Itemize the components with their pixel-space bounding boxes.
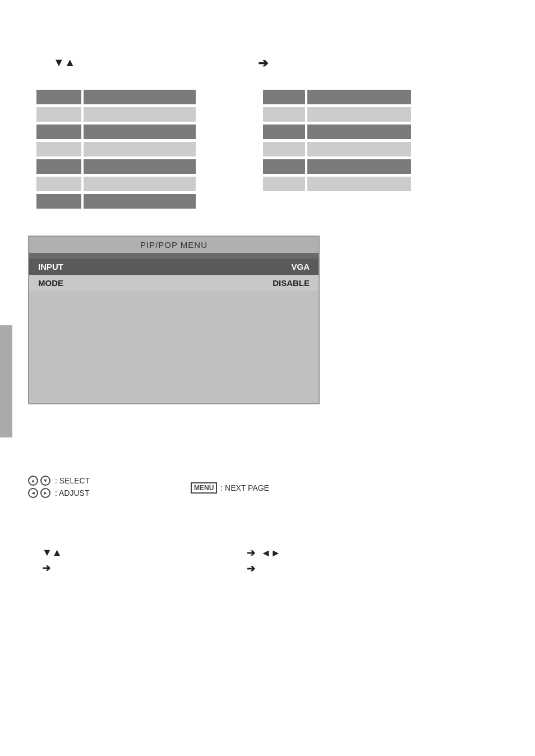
menu-box-icon: MENU <box>191 482 217 494</box>
pip-menu-title: PIP/POP MENU <box>29 237 319 253</box>
bottom-right-row1: ➔ ◄► <box>247 547 281 559</box>
next-page-label: : NEXT PAGE <box>220 483 269 492</box>
pip-menu-row-input[interactable]: INPUT VGA <box>29 259 319 275</box>
menu-cell <box>307 90 411 104</box>
menu-cell <box>36 107 81 122</box>
menu-cell <box>263 177 305 191</box>
adjust-label: : ADJUST <box>55 488 89 497</box>
bottom-updown-arrows: ▼▲ <box>42 547 62 559</box>
menu-cell <box>84 125 196 139</box>
menu-row <box>263 177 411 191</box>
menu-cell <box>307 142 411 156</box>
menu-cell <box>36 142 81 156</box>
bottom-left-row2: ➔ <box>42 562 62 574</box>
pip-row-label: MODE <box>38 278 63 288</box>
select-label: : SELECT <box>55 476 90 485</box>
pip-menu-body <box>29 291 319 403</box>
pip-header-bar <box>29 253 319 259</box>
pip-row-value: DISABLE <box>273 278 310 288</box>
pip-pop-menu: PIP/POP MENU INPUT VGA MODE DISABLE <box>28 236 320 404</box>
bottom-left-right-arrow: ➔ <box>42 562 50 574</box>
up-circle-icon: ▲ <box>28 476 38 486</box>
menu-row <box>36 107 196 122</box>
menu-cell <box>36 159 81 174</box>
menu-row <box>263 125 411 139</box>
menu-cell <box>263 107 305 122</box>
bottom-right-nav: ➔ ◄► ➔ <box>247 547 281 575</box>
right-menu-table <box>263 90 411 211</box>
menu-row <box>263 159 411 174</box>
menu-row <box>36 177 196 191</box>
bottom-right-arrow2: ➔ <box>247 563 255 575</box>
menu-cell <box>36 125 81 139</box>
menu-cell <box>36 194 81 209</box>
menu-row <box>263 90 411 104</box>
menu-cell <box>263 142 305 156</box>
bottom-right-row2: ➔ <box>247 563 281 575</box>
top-right-arrow: ➔ <box>258 56 268 71</box>
menu-row <box>36 159 196 174</box>
menu-cell <box>84 194 196 209</box>
pip-row-value: VGA <box>291 262 310 271</box>
right-circle-icon: ► <box>40 488 50 498</box>
legend-area: ▲ ▼ : SELECT ◄ ► : ADJUST <box>28 476 90 498</box>
menu-cell <box>36 90 81 104</box>
menu-row <box>36 142 196 156</box>
legend-menu-row: MENU : NEXT PAGE <box>191 482 269 494</box>
menus-container <box>36 90 411 211</box>
left-menu-table <box>36 90 196 211</box>
menu-row <box>36 125 196 139</box>
legend-adjust-row: ◄ ► : ADJUST <box>28 488 90 498</box>
menu-cell <box>263 90 305 104</box>
left-circle-icon: ◄ <box>28 488 38 498</box>
menu-row <box>263 107 411 122</box>
pip-row-label: INPUT <box>38 262 63 271</box>
menu-cell <box>307 125 411 139</box>
menu-row <box>36 90 196 104</box>
menu-cell <box>307 159 411 174</box>
menu-row <box>263 142 411 156</box>
menu-cell <box>263 159 305 174</box>
sidebar-tab <box>0 325 12 437</box>
menu-cell <box>36 177 81 191</box>
menu-cell <box>84 159 196 174</box>
menu-cell <box>307 177 411 191</box>
bottom-lr-arrows: ◄► <box>261 547 281 559</box>
menu-cell <box>263 125 305 139</box>
menu-row <box>36 194 196 209</box>
legend-select-row: ▲ ▼ : SELECT <box>28 476 90 486</box>
menu-cell <box>84 107 196 122</box>
bottom-left-nav: ▼▲ ➔ <box>42 547 62 574</box>
menu-cell <box>84 177 196 191</box>
bottom-left-row1: ▼▲ <box>42 547 62 559</box>
menu-cell <box>84 142 196 156</box>
pip-menu-row-mode[interactable]: MODE DISABLE <box>29 275 319 291</box>
top-updown-arrows: ▼▲ <box>53 56 76 69</box>
menu-cell <box>84 90 196 104</box>
menu-cell <box>307 107 411 122</box>
bottom-right-arrow1: ➔ <box>247 547 255 559</box>
down-circle-icon: ▼ <box>40 476 50 486</box>
